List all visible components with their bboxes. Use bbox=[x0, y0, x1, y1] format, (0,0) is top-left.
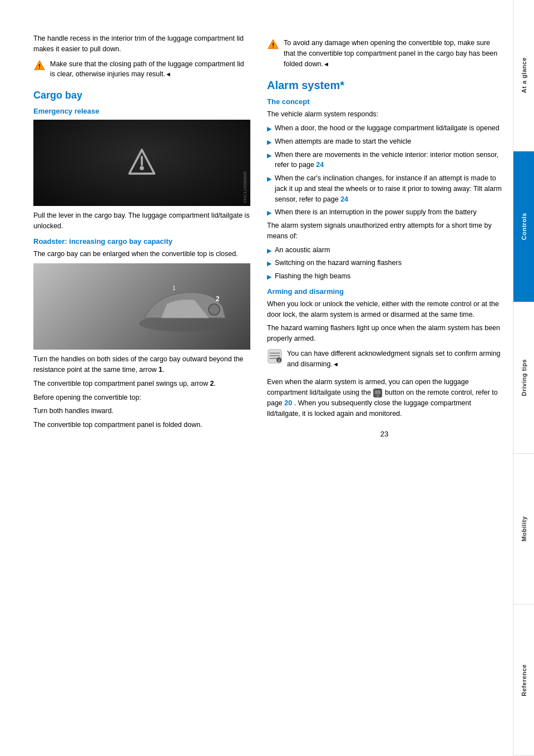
cargo-bay-image: VHC114580845 bbox=[33, 120, 250, 206]
svg-text:1: 1 bbox=[172, 285, 176, 291]
alarm-system-title: Alarm system* bbox=[267, 79, 502, 92]
svg-point-3 bbox=[140, 166, 144, 170]
alarm-bullet-4-text: When the car's inclination changes, for … bbox=[275, 173, 502, 204]
intro-text: The handle recess in the interior trim o… bbox=[33, 33, 250, 55]
sidebar-label-reference: Reference bbox=[521, 664, 527, 696]
sidebar-label-driving-tips: Driving tips bbox=[521, 359, 527, 396]
warning-icon-1: ! bbox=[33, 60, 46, 72]
signals-bullet-2-text: Switching on the hazard warning flashers bbox=[275, 258, 502, 268]
emergency-release-title: Emergency release bbox=[33, 107, 250, 115]
alarm-bullet-2: ▶ When attempts are made to start the ve… bbox=[267, 136, 502, 147]
before-opening-1: Turn both handles inward. bbox=[33, 406, 250, 416]
sidebar-section-mobility: Mobility bbox=[513, 454, 534, 605]
roadster-illustration: 2 1 bbox=[128, 273, 239, 340]
alarm-bullet-1-text: When a door, the hood or the luggage com… bbox=[275, 123, 502, 134]
bullet-arrow-2: ▶ bbox=[267, 138, 271, 147]
sidebar-label-controls: Controls bbox=[521, 213, 527, 240]
signals-bullet-1: ▶ An acoustic alarm bbox=[267, 245, 502, 256]
svg-rect-14 bbox=[270, 358, 277, 359]
page-number: 23 bbox=[267, 430, 502, 444]
alarm-bullet-5-text: When there is an interruption in the pow… bbox=[275, 207, 502, 218]
signals-bullet-1-text: An acoustic alarm bbox=[275, 245, 502, 256]
before-opening-2: The convertible top compartment panel is… bbox=[33, 420, 250, 430]
svg-text:!: ! bbox=[272, 42, 274, 48]
img2-content: 2 1 bbox=[33, 263, 250, 350]
alarm-intro: The vehicle alarm system responds: bbox=[267, 109, 502, 120]
arming-intro: When you lock or unlock the vehicle, eit… bbox=[267, 299, 502, 320]
signals-bullet-2: ▶ Switching on the hazard warning flashe… bbox=[267, 258, 502, 268]
bullet-arrow-1: ▶ bbox=[267, 124, 271, 134]
sidebar-label-mobility: Mobility bbox=[521, 516, 527, 542]
cargo-triangle bbox=[125, 146, 159, 180]
signals-bullet-3: ▶ Flashing the high beams bbox=[267, 271, 502, 282]
main-content: The handle recess in the interior trim o… bbox=[0, 0, 513, 756]
roadster-intro: The cargo bay can be enlarged when the c… bbox=[33, 249, 250, 259]
bullet-arrow-3: ▶ bbox=[267, 151, 271, 160]
remote-button-icon bbox=[373, 388, 383, 398]
turn-handles-text: Turn the handles on both sides of the ca… bbox=[33, 354, 250, 375]
alarm-bullet-2-text: When attempts are made to start the vehi… bbox=[275, 136, 502, 147]
signals-bullets-list: ▶ An acoustic alarm ▶ Switching on the h… bbox=[267, 245, 502, 282]
svg-text:!: ! bbox=[38, 62, 41, 69]
signals-arrow-1: ▶ bbox=[267, 246, 271, 256]
the-concept-title: The concept bbox=[267, 97, 502, 106]
sidebar-section-reference: Reference bbox=[513, 605, 534, 756]
pull-lever-text: Pull the lever in the cargo bay. The lug… bbox=[33, 210, 250, 232]
note-text-acknowledgment: You can have different acknowledgment si… bbox=[287, 348, 502, 370]
sidebar-label-at-a-glance: At a glance bbox=[521, 57, 527, 93]
sidebar-section-at-a-glance: At a glance bbox=[513, 0, 534, 151]
alarm-bullet-3: ▶ When there are movements in the vehicl… bbox=[267, 150, 502, 171]
img1-content bbox=[33, 120, 250, 206]
note-box-acknowledgment: i You can have different acknowledgment … bbox=[267, 348, 502, 373]
swing-text: The convertible top compartment panel sw… bbox=[33, 379, 250, 389]
svg-rect-12 bbox=[270, 352, 280, 354]
alarm-bullets-list: ▶ When a door, the hood or the luggage c… bbox=[267, 123, 502, 218]
arming-title: Arming and disarming bbox=[267, 287, 502, 296]
signals-bullet-3-text: Flashing the high beams bbox=[275, 271, 502, 282]
svg-text:2: 2 bbox=[216, 295, 220, 303]
cargo-bay-title: Cargo bay bbox=[33, 90, 250, 101]
warning-icon-2: ! bbox=[267, 38, 279, 51]
alarm-bullet-4: ▶ When the car's inclination changes, fo… bbox=[267, 173, 502, 204]
bullet-arrow-4: ▶ bbox=[267, 174, 271, 184]
arming-flashers: The hazard warning flashers light up onc… bbox=[267, 323, 502, 344]
svg-text:i: i bbox=[278, 358, 279, 363]
warning-text-2: To avoid any damage when opening the con… bbox=[284, 38, 502, 69]
warning-text-1: Make sure that the closing path of the l… bbox=[50, 59, 250, 80]
sidebar-section-controls[interactable]: Controls bbox=[513, 151, 534, 303]
before-opening-title: Before opening the convertible top: bbox=[33, 392, 250, 403]
intro-section: The handle recess in the interior trim o… bbox=[33, 33, 250, 83]
alarm-bullet-3-text: When there are movements in the vehicle … bbox=[275, 150, 502, 171]
note-icon: i bbox=[267, 348, 283, 364]
svg-rect-13 bbox=[270, 355, 280, 356]
svg-point-19 bbox=[377, 395, 379, 397]
warning-box-1: ! Make sure that the closing path of the… bbox=[33, 59, 250, 84]
roadster-image: 2 1 bbox=[33, 263, 250, 350]
image-watermark-1: VHC114580845 bbox=[243, 171, 248, 203]
right-column: ! To avoid any damage when opening the c… bbox=[261, 33, 502, 734]
signals-arrow-3: ▶ bbox=[267, 272, 271, 282]
roadster-title: Roadster: increasing cargo bay capacity bbox=[33, 237, 250, 246]
alarm-bullet-1: ▶ When a door, the hood or the luggage c… bbox=[267, 123, 502, 134]
svg-rect-18 bbox=[375, 390, 380, 394]
svg-point-6 bbox=[209, 304, 220, 315]
warning-box-2: ! To avoid any damage when opening the c… bbox=[267, 38, 502, 72]
left-column: The handle recess in the interior trim o… bbox=[33, 33, 250, 734]
sidebar-section-driving-tips: Driving tips bbox=[513, 302, 534, 454]
even-when-text: Even when the alarm system is armed, you… bbox=[267, 377, 502, 419]
sidebar: At a glance Controls Driving tips Mobili… bbox=[513, 0, 534, 756]
bullet-arrow-5: ▶ bbox=[267, 208, 271, 218]
alarm-bullet-5: ▶ When there is an interruption in the p… bbox=[267, 207, 502, 218]
signals-arrow-2: ▶ bbox=[267, 259, 271, 268]
page-container: The handle recess in the interior trim o… bbox=[0, 0, 534, 756]
signals-intro: The alarm system signals unauthorized en… bbox=[267, 220, 502, 242]
